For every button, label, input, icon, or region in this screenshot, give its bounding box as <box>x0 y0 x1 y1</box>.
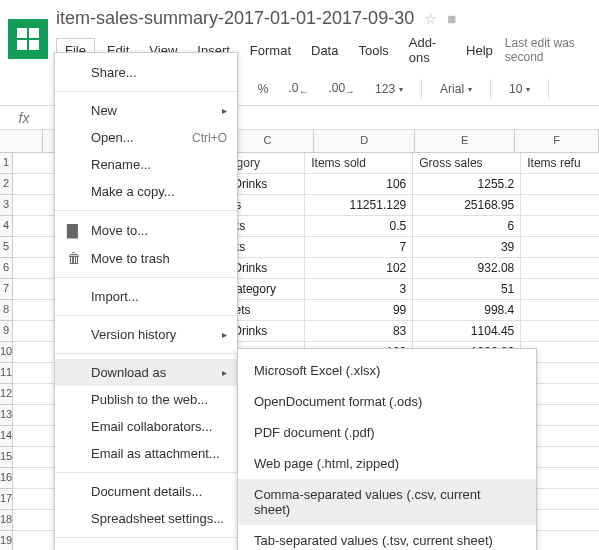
menu-item-move-to[interactable]: ▇Move to... <box>55 216 237 244</box>
submenu-item-csv[interactable]: Comma-separated values (.csv, current sh… <box>238 479 536 525</box>
font-size-select[interactable]: 10▾ <box>503 80 536 98</box>
row-header[interactable]: 17 <box>0 489 12 510</box>
menu-item-email-collaborators[interactable]: Email collaborators... <box>55 413 237 440</box>
row-header[interactable]: 11 <box>0 363 12 384</box>
sheets-logo <box>8 19 48 59</box>
cell[interactable]: Items sold <box>305 153 413 173</box>
row-header[interactable]: 4 <box>0 216 12 237</box>
cell[interactable]: 99 <box>305 300 413 320</box>
cell[interactable]: 11251.129 <box>305 195 413 215</box>
cell[interactable]: Gross sales <box>413 153 521 173</box>
menu-data[interactable]: Data <box>303 39 346 62</box>
submenu-item-tsv[interactable]: Tab-separated values (.tsv, current shee… <box>238 525 536 550</box>
cell[interactable] <box>521 195 599 215</box>
chevron-down-icon: ▾ <box>468 85 472 94</box>
cell[interactable]: 932.08 <box>413 258 521 278</box>
cell[interactable] <box>521 237 599 257</box>
menu-item-version-history[interactable]: Version history▸ <box>55 321 237 348</box>
row-header[interactable]: 9 <box>0 321 12 342</box>
star-icon[interactable]: ☆ <box>424 10 437 28</box>
decrease-decimal-button[interactable]: .0← <box>282 79 314 99</box>
col-header-d[interactable]: D <box>314 130 414 152</box>
fx-label: fx <box>0 110 48 126</box>
menu-item-import[interactable]: Import... <box>55 283 237 310</box>
chevron-down-icon: ▾ <box>399 85 403 94</box>
cell[interactable] <box>521 258 599 278</box>
menu-item-rename[interactable]: Rename... <box>55 151 237 178</box>
menu-item-email-attachment[interactable]: Email as attachment... <box>55 440 237 467</box>
cell[interactable]: 39 <box>413 237 521 257</box>
percent-button[interactable]: % <box>252 80 275 98</box>
last-edit-text[interactable]: Last edit was second <box>505 36 591 64</box>
document-title[interactable]: item-sales-summary-2017-01-01-2017-09-30 <box>56 8 414 29</box>
cell[interactable] <box>521 174 599 194</box>
number-format-select[interactable]: 123▾ <box>369 80 409 98</box>
row-header[interactable]: 1 <box>0 153 12 174</box>
cell[interactable] <box>521 216 599 236</box>
row-header[interactable]: 16 <box>0 468 12 489</box>
menu-item-download-as[interactable]: Download as▸ <box>55 359 237 386</box>
menu-help[interactable]: Help <box>458 39 501 62</box>
cell[interactable]: 102 <box>305 258 413 278</box>
menu-format[interactable]: Format <box>242 39 299 62</box>
menu-item-print[interactable]: 🖶PrintCtrl+P <box>55 543 237 550</box>
col-header-f[interactable]: F <box>515 130 599 152</box>
row-header[interactable]: 8 <box>0 300 12 321</box>
menu-item-publish[interactable]: Publish to the web... <box>55 386 237 413</box>
row-header[interactable]: 19 <box>0 531 12 550</box>
submenu-item-ods[interactable]: OpenDocument format (.ods) <box>238 386 536 417</box>
cell[interactable]: 51 <box>413 279 521 299</box>
menu-item-new[interactable]: New▸ <box>55 97 237 124</box>
cell[interactable] <box>521 279 599 299</box>
submenu-arrow-icon: ▸ <box>222 329 227 340</box>
menu-item-make-copy[interactable]: Make a copy... <box>55 178 237 205</box>
menu-item-open[interactable]: Open...Ctrl+O <box>55 124 237 151</box>
row-header[interactable]: 6 <box>0 258 12 279</box>
menu-item-move-to-trash[interactable]: 🗑Move to trash <box>55 244 237 272</box>
chevron-down-icon: ▾ <box>526 85 530 94</box>
cell[interactable]: 998.4 <box>413 300 521 320</box>
cell[interactable]: 3 <box>305 279 413 299</box>
cell[interactable]: 1104.45 <box>413 321 521 341</box>
col-header-e[interactable]: E <box>415 130 515 152</box>
cell[interactable]: 6 <box>413 216 521 236</box>
cell[interactable]: 7 <box>305 237 413 257</box>
submenu-arrow-icon: ▸ <box>222 105 227 116</box>
row-header[interactable]: 12 <box>0 384 12 405</box>
cell[interactable]: Items refu <box>521 153 599 173</box>
trash-icon: 🗑 <box>67 250 91 266</box>
cell[interactable]: 0.5 <box>305 216 413 236</box>
submenu-item-html[interactable]: Web page (.html, zipped) <box>238 448 536 479</box>
menu-item-share[interactable]: Share... <box>55 59 237 86</box>
cell[interactable]: 1255.2 <box>413 174 521 194</box>
row-header[interactable]: 10 <box>0 342 12 363</box>
menu-tools[interactable]: Tools <box>350 39 396 62</box>
cell[interactable] <box>521 321 599 341</box>
submenu-arrow-icon: ▸ <box>222 367 227 378</box>
row-header[interactable]: 15 <box>0 447 12 468</box>
cell[interactable]: 83 <box>305 321 413 341</box>
row-header[interactable]: 2 <box>0 174 12 195</box>
font-select[interactable]: Arial▾ <box>434 80 478 98</box>
download-as-submenu: Microsoft Excel (.xlsx) OpenDocument for… <box>237 348 537 550</box>
row-header[interactable]: 5 <box>0 237 12 258</box>
cell[interactable]: 106 <box>305 174 413 194</box>
submenu-item-pdf[interactable]: PDF document (.pdf) <box>238 417 536 448</box>
menu-addons[interactable]: Add-ons <box>401 31 454 69</box>
row-header[interactable]: 3 <box>0 195 12 216</box>
menu-item-document-details[interactable]: Document details... <box>55 478 237 505</box>
folder-icon: ▇ <box>67 222 91 238</box>
folder-icon[interactable]: ■ <box>447 10 456 27</box>
row-header[interactable]: 7 <box>0 279 12 300</box>
row-header[interactable]: 18 <box>0 510 12 531</box>
row-header[interactable]: 13 <box>0 405 12 426</box>
cell[interactable] <box>521 300 599 320</box>
select-all-corner[interactable] <box>0 130 43 152</box>
submenu-item-xlsx[interactable]: Microsoft Excel (.xlsx) <box>238 355 536 386</box>
cell[interactable]: 25168.95 <box>413 195 521 215</box>
file-menu-dropdown: Share... New▸ Open...Ctrl+O Rename... Ma… <box>54 52 238 550</box>
increase-decimal-button[interactable]: .00→ <box>322 79 361 99</box>
menu-item-spreadsheet-settings[interactable]: Spreadsheet settings... <box>55 505 237 532</box>
row-header[interactable]: 14 <box>0 426 12 447</box>
